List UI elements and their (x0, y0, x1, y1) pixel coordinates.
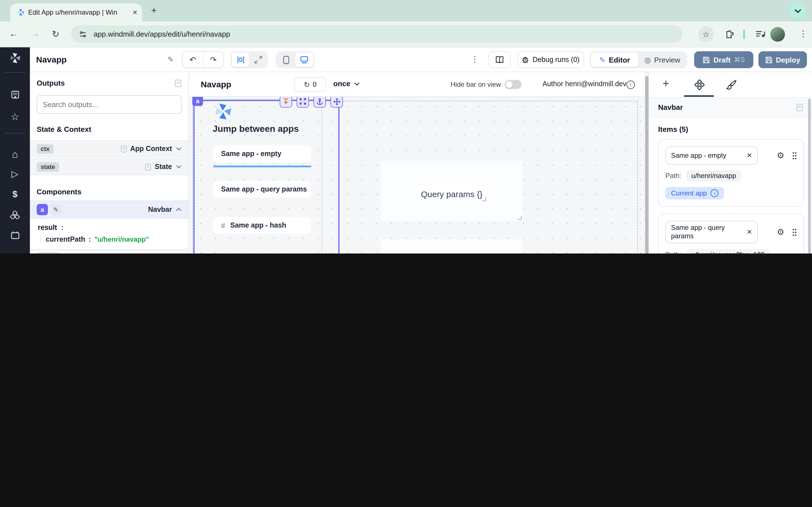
refresh-count: 0 (313, 80, 316, 89)
resize-handle[interactable] (482, 197, 486, 201)
centered-layout-button[interactable] (232, 52, 249, 67)
info-icon[interactable]: i (626, 80, 635, 89)
search-outputs-input[interactable] (37, 95, 182, 114)
query-params-text-component[interactable]: Query params {} (416, 185, 487, 202)
mobile-view-button[interactable] (277, 52, 295, 67)
rail-item-home[interactable]: ⌂ (0, 149, 30, 159)
docs-button[interactable] (488, 51, 511, 68)
active-tab-underline (684, 95, 714, 97)
editor-scrollbar[interactable] (645, 72, 649, 253)
draft-label: Draft (713, 55, 730, 64)
component-edit-button[interactable]: ✎ (50, 204, 61, 215)
windmill-logo-icon[interactable] (0, 52, 30, 64)
nav-item-external-link[interactable]: External link (213, 253, 311, 253)
query-params-container[interactable]: Query params {} (380, 161, 523, 221)
refresh-mode-select[interactable]: once (333, 79, 360, 88)
current-path-value: "u/henri/navapp" (94, 235, 149, 243)
new-tab-icon[interactable]: + (151, 5, 157, 16)
path-value[interactable]: u/henri/navapp (686, 170, 741, 181)
nav-item-hash[interactable]: # Same app - hash (213, 217, 311, 234)
rail-item-schedules[interactable] (0, 231, 30, 239)
item-label-input[interactable]: Same app - query params ✕ (665, 221, 758, 243)
drag-handle-icon[interactable] (792, 228, 797, 236)
full-width-button[interactable] (249, 52, 267, 67)
more-menu-icon[interactable]: ⋮ (471, 55, 479, 64)
undo-button[interactable]: ↶ (183, 52, 203, 67)
state-row[interactable]: state State (30, 158, 188, 175)
item-settings-gear-icon[interactable]: ⚙ (777, 227, 784, 237)
preview-eye-icon: ◎ (644, 55, 651, 64)
nav-item-label: Same app - empty (221, 150, 282, 158)
outputs-title: Outputs (37, 79, 65, 87)
browser-tab[interactable]: Edit App u/henri/navapp | Win ✕ (10, 3, 142, 21)
chevron-down-icon (176, 147, 182, 151)
redo-button[interactable]: ↷ (203, 52, 223, 67)
rail-item-runs[interactable]: ▷ (0, 170, 30, 179)
extensions-icon[interactable] (725, 30, 734, 39)
clear-icon[interactable]: ✕ (747, 152, 752, 159)
nav-item-same-app-empty[interactable]: Same app - empty (213, 145, 311, 162)
outputs-doc-icon[interactable] (175, 79, 182, 87)
pencil-icon: ✎ (53, 206, 58, 213)
settings-tab-components-icon[interactable] (694, 79, 705, 90)
component-row-container-e[interactable]: e ☝ Container (30, 249, 188, 253)
rail-item-resources[interactable] (0, 211, 30, 219)
move-icon (333, 98, 340, 105)
anchor-component-button[interactable] (313, 97, 326, 108)
refresh-mode-value: once (333, 79, 350, 88)
app-canvas[interactable]: a Jump between apps Same app - empty Sam… (189, 97, 645, 253)
drag-handle-icon[interactable] (792, 152, 797, 159)
nav-item-query-params[interactable]: Same app - query params (213, 181, 311, 198)
item-settings-gear-icon[interactable]: ⚙ (777, 151, 784, 161)
rail-divider (4, 133, 26, 133)
rail-divider (4, 72, 26, 73)
right-panel-scrollbar-thumb[interactable] (808, 99, 811, 253)
reload-icon[interactable]: ↻ (52, 29, 59, 40)
refresh-button[interactable]: ↻ 0 (294, 77, 326, 92)
hash-container[interactable]: Hash: (380, 239, 523, 253)
rename-pencil-icon[interactable]: ✎ (167, 55, 174, 64)
rail-item-variables[interactable]: $ (0, 190, 30, 199)
info-icon[interactable]: i (711, 189, 719, 197)
anchor-icon (316, 98, 323, 105)
preview-tab[interactable]: ◎ Preview (638, 52, 686, 67)
editor-tab[interactable]: ✎ Editor (591, 52, 638, 67)
deploy-button[interactable]: Deploy (758, 51, 807, 68)
desktop-view-button[interactable] (295, 52, 313, 67)
expand-down-button[interactable] (280, 97, 292, 108)
debug-runs-button[interactable]: Debug runs (0) (517, 51, 584, 68)
rail-item-workspace[interactable] (0, 90, 30, 99)
address-bar[interactable]: app.windmill.dev/apps/edit/u/henri/navap… (71, 25, 682, 43)
selection-right-edge[interactable] (338, 101, 340, 253)
scrollbar-thumb[interactable] (645, 76, 649, 253)
forward-icon[interactable]: → (31, 29, 40, 39)
resize-handle[interactable] (518, 216, 522, 220)
component-row-navbar[interactable]: a ✎ Navbar (30, 201, 188, 219)
style-tab-brush-icon[interactable] (726, 79, 737, 90)
insert-tab-plus-icon[interactable]: + (663, 77, 669, 90)
tab-search-button[interactable] (790, 3, 806, 18)
back-icon[interactable]: ← (9, 29, 18, 39)
tab-close-icon[interactable]: ✕ (133, 9, 138, 16)
colon: : (61, 224, 63, 231)
move-component-button[interactable] (331, 97, 343, 108)
components-title: Components (37, 187, 182, 196)
hide-bar-toggle[interactable] (505, 80, 522, 89)
fullscreen-component-button[interactable] (297, 97, 309, 108)
clear-icon[interactable]: ✕ (747, 228, 752, 236)
browser-menu-icon[interactable]: ⋮ (799, 29, 808, 39)
site-info-icon[interactable] (79, 30, 87, 38)
bookmark-button[interactable]: ☆ (698, 26, 714, 42)
ctx-row[interactable]: ctx App Context (30, 140, 188, 157)
draft-button[interactable]: Draft ⌘S (694, 51, 753, 68)
item-label-input[interactable]: Same app - empty ✕ (665, 147, 758, 165)
path-value[interactable]: u/henri/navapp?foo=123 (686, 249, 770, 253)
profile-avatar[interactable] (770, 27, 785, 42)
reading-list-icon[interactable] (756, 30, 765, 38)
save-icon (765, 56, 772, 63)
component-id-chip[interactable]: a (192, 97, 203, 106)
colon: : (89, 235, 91, 243)
rail-item-favorites[interactable]: ☆ (0, 112, 30, 122)
chevron-down-icon (176, 165, 182, 168)
component-doc-icon[interactable] (796, 103, 803, 111)
